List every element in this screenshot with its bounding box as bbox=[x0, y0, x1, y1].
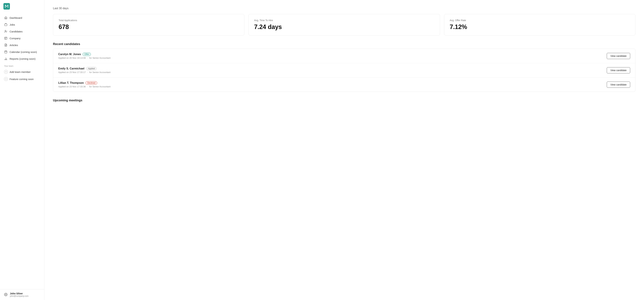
candidate-meta-3: Applied on 23 Nov 17:33:36 · for Senior … bbox=[58, 85, 110, 88]
candidate-info-3: Lillian T. Thompson Declined Applied on … bbox=[58, 81, 110, 88]
sidebar-item-jobs[interactable]: Jobs bbox=[0, 21, 44, 28]
sidebar-footer: John Silver john@company.com bbox=[0, 289, 44, 300]
table-row: Lillian T. Thompson Declined Applied on … bbox=[53, 77, 635, 92]
status-badge-2: Applied bbox=[86, 67, 97, 70]
feature-plus-icon: + bbox=[4, 77, 8, 81]
candidate-info-1: Carolyn M. Jones Offer Applied on 20 Nov… bbox=[58, 53, 110, 59]
add-team-member-item[interactable]: + Add team member bbox=[0, 68, 44, 75]
sidebar: Dashboard Jobs Candidates bbox=[0, 0, 44, 300]
candidates-container: Carolyn M. Jones Offer Applied on 20 Nov… bbox=[53, 49, 636, 92]
stat-label-offer-rate: Avg. Offer Rate bbox=[450, 19, 630, 22]
add-team-label: Add team member bbox=[10, 70, 30, 73]
sidebar-item-company[interactable]: Company bbox=[0, 35, 44, 42]
stat-value-total: 678 bbox=[58, 23, 239, 30]
team-section-label: Your team bbox=[0, 62, 44, 68]
settings-icon[interactable] bbox=[4, 293, 8, 297]
bar-chart-icon bbox=[4, 57, 8, 60]
svg-rect-0 bbox=[4, 24, 7, 26]
table-row: Carolyn M. Jones Offer Applied on 20 Nov… bbox=[53, 49, 635, 63]
status-badge-3: Declined bbox=[86, 81, 97, 85]
table-row: Emily S. Carmichael Applied Applied on 2… bbox=[53, 63, 635, 77]
user-name: John Silver bbox=[10, 292, 28, 295]
stat-label-avg-time: Avg. Time To Hire bbox=[254, 19, 434, 22]
user-email: john@company.com bbox=[10, 295, 28, 297]
stat-card-total-applications: Total Applications 678 bbox=[53, 14, 244, 35]
sidebar-item-jobs-label: Jobs bbox=[10, 23, 15, 26]
sidebar-item-candidates-label: Candidates bbox=[10, 30, 22, 33]
user-info: John Silver john@company.com bbox=[10, 292, 28, 297]
user-check-icon bbox=[4, 30, 8, 33]
upcoming-meetings-title: Upcoming meetings bbox=[53, 99, 636, 102]
building-icon bbox=[4, 36, 8, 40]
sidebar-item-articles-label: Articles bbox=[10, 44, 18, 47]
sidebar-item-candidates[interactable]: Candidates bbox=[0, 28, 44, 35]
sidebar-item-calendar[interactable]: Calendar (coming soon) bbox=[0, 48, 44, 55]
file-text-icon bbox=[4, 43, 8, 47]
sidebar-item-calendar-label: Calendar (coming soon) bbox=[10, 50, 37, 53]
sidebar-item-articles[interactable]: Articles bbox=[0, 42, 44, 48]
candidate-info-2: Emily S. Carmichael Applied Applied on 2… bbox=[58, 67, 110, 74]
stat-label-total: Total Applications bbox=[58, 19, 239, 22]
logo-icon bbox=[4, 3, 10, 9]
add-team-plus-icon: + bbox=[4, 70, 8, 74]
sidebar-item-reports-label: Reports (coming soon) bbox=[10, 57, 36, 60]
briefcase-icon bbox=[4, 23, 8, 26]
candidate-name-2: Emily S. Carmichael bbox=[58, 67, 84, 70]
stat-value-offer-rate: 7.12% bbox=[450, 23, 630, 30]
view-candidate-button-3[interactable]: View candidate bbox=[607, 82, 630, 88]
home-icon bbox=[4, 16, 8, 19]
sidebar-logo bbox=[0, 0, 44, 13]
status-badge-1: Offer bbox=[82, 53, 91, 56]
candidate-name-row-1: Carolyn M. Jones Offer bbox=[58, 53, 110, 56]
feature-coming-soon-label: Feature coming soon bbox=[10, 78, 34, 81]
candidate-name-3: Lillian T. Thompson bbox=[58, 81, 84, 84]
candidate-name-row-3: Lillian T. Thompson Declined bbox=[58, 81, 110, 85]
recent-candidates-title: Recent candidates bbox=[53, 42, 636, 46]
candidate-meta-1: Applied on 20 Nov 19:13:08 · for Senior … bbox=[58, 57, 110, 59]
stats-row: Total Applications 678 Avg. Time To Hire… bbox=[53, 14, 636, 35]
sidebar-navigation: Dashboard Jobs Candidates bbox=[0, 13, 44, 289]
view-candidate-button-1[interactable]: View candidate bbox=[607, 53, 630, 59]
candidate-name-row-2: Emily S. Carmichael Applied bbox=[58, 67, 110, 70]
sidebar-item-dashboard[interactable]: Dashboard bbox=[0, 14, 44, 21]
sidebar-item-dashboard-label: Dashboard bbox=[10, 16, 22, 19]
feature-coming-soon-item[interactable]: + Feature coming soon bbox=[0, 75, 44, 83]
candidate-meta-2: Applied on 23 Nov 17:33:17 · for Senior … bbox=[58, 71, 110, 74]
sidebar-item-company-label: Company bbox=[10, 37, 20, 40]
sidebar-item-reports[interactable]: Reports (coming soon) bbox=[0, 55, 44, 62]
candidate-name-1: Carolyn M. Jones bbox=[58, 53, 81, 56]
svg-point-1 bbox=[5, 30, 6, 31]
main-content: Last 30 days Total Applications 678 Avg.… bbox=[44, 0, 644, 300]
stat-value-avg-time: 7.24 days bbox=[254, 23, 434, 30]
period-label: Last 30 days bbox=[53, 7, 636, 10]
view-candidate-button-2[interactable]: View candidate bbox=[607, 67, 630, 73]
stat-card-offer-rate: Avg. Offer Rate 7.12% bbox=[444, 14, 636, 35]
svg-point-13 bbox=[6, 294, 6, 295]
stat-card-avg-time: Avg. Time To Hire 7.24 days bbox=[248, 14, 440, 35]
svg-rect-5 bbox=[4, 51, 7, 53]
svg-rect-2 bbox=[4, 37, 7, 39]
calendar-icon bbox=[4, 50, 8, 54]
